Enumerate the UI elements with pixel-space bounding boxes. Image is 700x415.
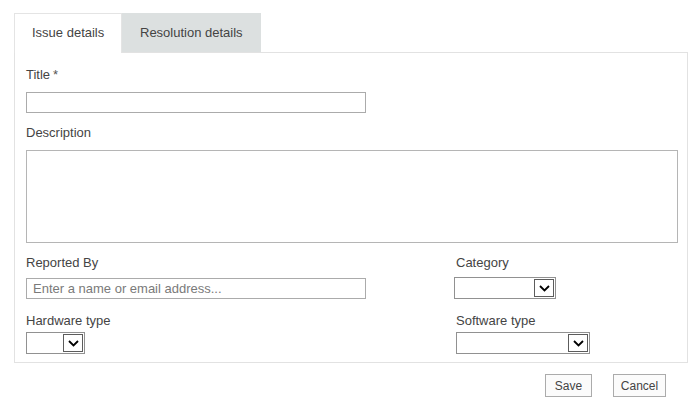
title-label-text: Title (26, 67, 50, 82)
issue-details-panel: Title* Description Reported By Category … (14, 52, 688, 363)
hardware-type-select[interactable] (26, 332, 85, 354)
chevron-down-icon[interactable] (568, 334, 588, 352)
title-label: Title* (26, 67, 58, 83)
chevron-down-icon[interactable] (63, 334, 83, 352)
description-label: Description (26, 125, 91, 141)
software-type-select[interactable] (456, 332, 590, 354)
description-input[interactable] (26, 150, 678, 243)
software-type-label: Software type (456, 313, 536, 329)
hardware-type-label: Hardware type (26, 313, 111, 329)
category-select[interactable] (454, 277, 556, 299)
title-input[interactable] (26, 92, 366, 113)
tab-bar: Issue details Resolution details (14, 13, 261, 53)
chevron-down-icon[interactable] (534, 279, 554, 297)
reported-by-input[interactable] (26, 278, 366, 299)
tab-issue-details[interactable]: Issue details (14, 13, 122, 53)
save-button[interactable]: Save (545, 374, 592, 397)
cancel-button[interactable]: Cancel (613, 374, 666, 397)
required-marker: * (53, 67, 58, 82)
category-label: Category (456, 255, 509, 271)
reported-by-label: Reported By (26, 255, 98, 271)
tab-resolution-details[interactable]: Resolution details (122, 13, 261, 52)
